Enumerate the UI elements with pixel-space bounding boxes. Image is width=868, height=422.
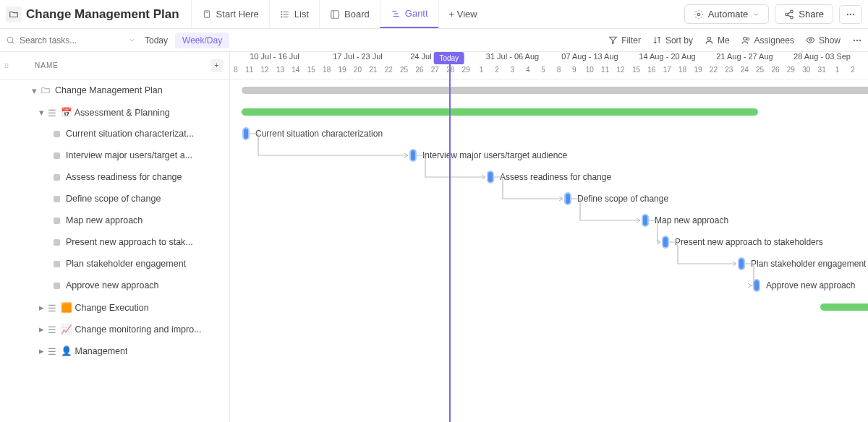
more-button[interactable] xyxy=(839,5,862,24)
day-cell: 2 xyxy=(845,66,860,79)
svg-line-22 xyxy=(12,42,14,44)
assignees-button[interactable]: Assignees xyxy=(741,35,794,46)
svg-point-19 xyxy=(850,13,851,14)
tree-row[interactable]: Assess readiness for change xyxy=(0,166,229,188)
week-cell: 21 Aug - 27 Aug xyxy=(706,52,783,66)
task-pill[interactable] xyxy=(242,127,250,140)
day-cell: 24 xyxy=(737,66,752,79)
folder-icon xyxy=(9,9,19,20)
toggle-icon[interactable]: ▸ xyxy=(38,303,45,311)
task-pill[interactable] xyxy=(738,257,745,270)
svg-point-35 xyxy=(5,66,7,68)
week-row: 10 Jul - 16 Jul17 Jul - 23 Jul24 Jul - 3… xyxy=(230,52,868,66)
status-square[interactable] xyxy=(54,131,60,137)
right-actions: Automate Share xyxy=(684,4,862,24)
task-pill[interactable] xyxy=(753,279,760,292)
timeline[interactable]: 10 Jul - 16 Jul17 Jul - 23 Jul24 Jul - 3… xyxy=(230,52,868,422)
svg-point-28 xyxy=(854,39,855,40)
tab-gantt[interactable]: Gantt xyxy=(380,0,438,28)
day-cell: 31 xyxy=(814,66,829,79)
task-pill[interactable] xyxy=(564,192,571,205)
tree-row[interactable]: Plan stakeholder engagement xyxy=(0,253,229,275)
task-pill[interactable] xyxy=(487,171,494,184)
svg-point-6 xyxy=(281,16,282,17)
svg-line-17 xyxy=(788,14,791,16)
list-icon: ☰ xyxy=(48,108,56,116)
chart-body: Today Current situation characterization… xyxy=(230,79,868,422)
right-tools: Filter Sort by Me Assignees Show xyxy=(608,35,862,46)
tree-row[interactable]: Present new approach to stak... xyxy=(0,231,229,253)
status-square[interactable] xyxy=(54,174,60,181)
folder-button[interactable] xyxy=(6,7,22,22)
day-cell: 12 xyxy=(613,66,628,79)
sortby-button[interactable]: Sort by xyxy=(652,35,693,46)
tree-row[interactable]: Current situation characterizat... xyxy=(0,123,229,145)
svg-point-29 xyxy=(856,39,858,40)
tab-list[interactable]: List xyxy=(269,0,319,28)
tree-row[interactable]: Approve new approach xyxy=(0,275,229,296)
share-button[interactable]: Share xyxy=(775,4,833,24)
list-icon: ☰ xyxy=(48,346,56,355)
toggle-icon[interactable]: ▾ xyxy=(38,108,45,116)
day-cell: 11 xyxy=(242,66,257,79)
svg-point-12 xyxy=(697,13,700,16)
phase-bar-execution[interactable] xyxy=(820,303,868,311)
toolbar-more-button[interactable] xyxy=(852,35,862,46)
phase-bar-assessment[interactable] xyxy=(242,108,758,116)
add-column-button[interactable]: + xyxy=(210,59,224,72)
day-cell: 11 xyxy=(597,66,613,79)
day-cell: 18 xyxy=(319,66,334,79)
svg-point-4 xyxy=(281,11,282,12)
task-label: Approve new approach xyxy=(766,280,855,290)
tab-board[interactable]: Board xyxy=(319,0,380,28)
tree-row[interactable]: ▸☰📈 Change monitoring and impro... xyxy=(0,318,229,340)
status-square[interactable] xyxy=(54,152,60,159)
filter-button[interactable]: Filter xyxy=(608,35,641,46)
project-bar[interactable] xyxy=(242,87,868,94)
tab-add-view[interactable]: + View xyxy=(438,0,488,28)
tree-row[interactable]: Interview major users/target a... xyxy=(0,145,229,166)
task-label: Plan stakeholder engagement xyxy=(751,259,866,269)
tree-row[interactable]: ▸☰👤 Management xyxy=(0,340,229,361)
search-icon xyxy=(6,35,15,45)
gantt-area: NAME + ▾Change Management Plan▾☰📅 Assess… xyxy=(0,52,868,422)
day-cell: 26 xyxy=(412,66,427,79)
chevron-down-icon[interactable] xyxy=(128,36,136,44)
day-cell: 1 xyxy=(474,66,489,79)
sort-icon xyxy=(652,35,662,45)
status-square[interactable] xyxy=(54,239,60,246)
tree-row[interactable]: ▾Change Management Plan xyxy=(0,79,229,101)
svg-point-33 xyxy=(5,65,7,66)
task-pill[interactable] xyxy=(409,149,417,162)
tree: ▾Change Management Plan▾☰📅 Assessment & … xyxy=(0,79,229,422)
status-square[interactable] xyxy=(54,218,60,224)
show-button[interactable]: Show xyxy=(806,35,841,46)
tree-row[interactable]: Map new approach xyxy=(0,210,229,231)
drag-handle-icon[interactable] xyxy=(3,61,10,71)
toggle-icon[interactable]: ▸ xyxy=(38,347,45,354)
task-pill[interactable] xyxy=(662,236,669,249)
task-pill[interactable] xyxy=(642,214,649,227)
status-square[interactable] xyxy=(54,261,60,267)
tree-row[interactable]: ▾☰📅 Assessment & Planning xyxy=(0,101,229,123)
toolbar: Today Week/Day Filter Sort by Me Assigne… xyxy=(0,29,868,52)
day-cell: 17 xyxy=(660,66,675,79)
status-square[interactable] xyxy=(54,196,60,202)
left-header: NAME + xyxy=(0,52,229,79)
tree-row[interactable]: Define scope of change xyxy=(0,188,229,210)
tree-row[interactable]: ▸☰🟧 Change Execution xyxy=(0,296,229,318)
tab-start-here[interactable]: Start Here xyxy=(191,0,269,28)
eye-icon xyxy=(806,35,815,45)
me-button[interactable]: Me xyxy=(705,35,730,46)
search-input[interactable] xyxy=(20,35,114,46)
today-link[interactable]: Today xyxy=(145,35,168,46)
weekday-toggle[interactable]: Week/Day xyxy=(175,33,229,48)
today-marker xyxy=(449,52,451,422)
status-square[interactable] xyxy=(54,283,60,289)
board-icon xyxy=(330,9,340,20)
day-cell: 12 xyxy=(257,66,272,79)
svg-point-15 xyxy=(791,16,793,19)
toggle-icon[interactable]: ▾ xyxy=(30,87,38,94)
toggle-icon[interactable]: ▸ xyxy=(38,325,45,332)
automate-button[interactable]: Automate xyxy=(684,4,770,24)
